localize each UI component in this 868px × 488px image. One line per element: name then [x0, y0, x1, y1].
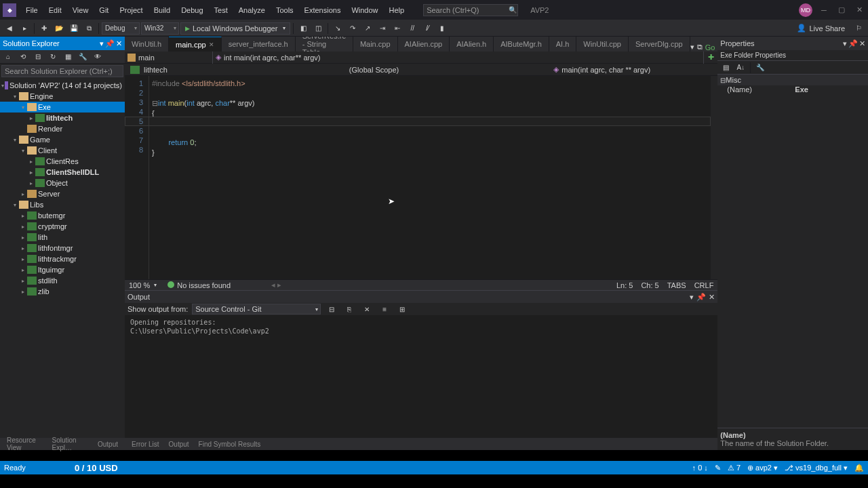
menu-tools[interactable]: Tools — [271, 3, 299, 17]
tree-item[interactable]: ▸lithfontmgr — [0, 243, 125, 253]
close-icon[interactable]: ✕ — [709, 293, 715, 302]
menu-project[interactable]: Project — [114, 3, 148, 17]
tree-item[interactable]: ▸zlib — [0, 286, 125, 297]
tree-item[interactable]: ▸lith — [0, 232, 125, 243]
step-out-icon[interactable]: ↗ — [361, 22, 374, 35]
doc-tab[interactable]: ServerDlg.cpp — [629, 37, 690, 52]
step-into-icon[interactable]: ↘ — [331, 22, 344, 35]
tb-icon[interactable]: ◧ — [296, 22, 310, 35]
menu-git[interactable]: Git — [94, 3, 114, 17]
save-button[interactable]: 💾 — [67, 22, 81, 35]
menu-build[interactable]: Build — [149, 3, 176, 17]
refresh-icon[interactable]: ↻ — [46, 50, 60, 64]
categorize-icon[interactable]: ▤ — [719, 61, 732, 75]
home-icon[interactable]: ⌂ — [1, 50, 15, 64]
go-button[interactable]: Go — [705, 43, 715, 52]
liveshare-button[interactable]: 👤 Live Share — [791, 24, 850, 33]
doc-tab[interactable]: server_interface.h — [222, 37, 296, 52]
tree-item[interactable]: ▸butemgr — [0, 210, 125, 221]
user-avatar[interactable]: MD — [799, 3, 812, 17]
tree-item[interactable]: ▸lithtrackmgr — [0, 253, 125, 264]
solution-explorer-title[interactable]: Solution Explorer ▾📌✕ — [0, 37, 125, 50]
nav-back-button[interactable]: ◀ — [3, 22, 16, 35]
doc-tab[interactable]: WinUtil.cpp — [576, 37, 629, 52]
tree-item[interactable]: ▸stdlith — [0, 275, 125, 286]
code-text[interactable]: #include <ls/stdlith/stdlith.h> ⊟int mai… — [149, 76, 711, 279]
add-icon[interactable]: ✚ — [704, 53, 717, 62]
comment-icon[interactable]: // — [406, 22, 419, 35]
nav-func-combo[interactable]: ◈int main(int agrc, char** argv) — [213, 52, 704, 64]
tree-item[interactable]: ▾Exe — [0, 102, 125, 113]
bc-func[interactable]: ◈main(int agrc, char ** argv) — [551, 65, 653, 74]
doc-tab[interactable]: AIAlien.h — [450, 37, 494, 52]
maximize-button[interactable]: ▢ — [835, 5, 848, 15]
step-over-icon[interactable]: ↷ — [346, 22, 359, 35]
start-debug-button[interactable]: ▶Local Windows Debugger▾ — [180, 22, 290, 35]
tree-item[interactable]: ▸ClientShellDLL — [0, 167, 125, 178]
doc-tab[interactable]: main.cpp✕ — [169, 37, 222, 52]
menu-view[interactable]: View — [67, 3, 94, 17]
uncomment-icon[interactable]: /∕ — [420, 22, 434, 35]
pin-icon[interactable]: 📌 — [696, 293, 706, 302]
bottom-tab[interactable]: Output — [94, 439, 122, 449]
status-item[interactable]: ↑ 0 ↓ — [692, 464, 708, 472]
preview-icon[interactable]: 👁 — [91, 50, 104, 64]
output-btn[interactable]: ✕ — [360, 302, 374, 316]
menu-file[interactable]: File — [20, 3, 43, 17]
show-all-icon[interactable]: ▦ — [61, 50, 75, 64]
code-minimap[interactable] — [711, 76, 717, 279]
status-item[interactable]: ✎ — [715, 464, 721, 472]
dropdown-icon[interactable]: ▾ — [690, 43, 694, 52]
bottom-tab[interactable]: Find Symbol Results — [195, 439, 265, 449]
output-title[interactable]: Output ▾📌✕ — [125, 291, 717, 303]
menu-window[interactable]: Window — [346, 3, 383, 17]
output-btn[interactable]: ⊞ — [395, 302, 409, 316]
output-source-combo[interactable]: Source Control - Git — [192, 304, 321, 314]
solution-tree[interactable]: ▾Solution 'AVP2' (14 of 14 projects) ▾En… — [0, 79, 125, 438]
solution-search-input[interactable]: Search Solution Explorer (Ctrl+;) — [1, 65, 123, 77]
sync-icon[interactable]: ⟲ — [16, 50, 30, 64]
nav-project-combo[interactable]: main — [125, 52, 213, 64]
alpha-icon[interactable]: A↓ — [734, 61, 747, 75]
doc-tab[interactable]: AIButeMgr.h — [494, 37, 549, 52]
nav-fwd-button[interactable]: ▸ — [18, 22, 31, 35]
tree-item[interactable]: ▾Game — [0, 134, 125, 145]
tree-item[interactable]: ▸ltguimgr — [0, 264, 125, 275]
status-item[interactable]: ⚠ 7 — [728, 464, 741, 472]
minimize-button[interactable]: ─ — [818, 5, 830, 15]
menu-debug[interactable]: Debug — [176, 3, 208, 17]
status-item[interactable]: 🔔 — [854, 464, 864, 472]
props-pages-icon[interactable]: 🔧 — [753, 61, 767, 75]
line-endings[interactable]: CRLF — [694, 281, 714, 289]
output-btn[interactable]: ⎘ — [342, 302, 356, 316]
pin-icon[interactable]: 📌 — [105, 39, 115, 48]
tree-item[interactable]: Render — [0, 123, 125, 134]
pin-icon[interactable]: 📌 — [848, 39, 858, 48]
tree-item[interactable]: ▸lithtech — [0, 113, 125, 123]
close-button[interactable]: ✕ — [853, 5, 865, 15]
dropdown-icon[interactable]: ▾ — [843, 39, 847, 48]
config-combo[interactable]: Debug — [102, 22, 140, 35]
bc-scope[interactable]: (Global Scope) — [347, 66, 401, 74]
doc-tab[interactable]: WinUtil.h — [125, 37, 169, 52]
zoom-level[interactable]: 100 % — [129, 281, 150, 289]
bottom-tab[interactable]: Solution Expl… — [47, 435, 92, 453]
doc-tab[interactable]: AIAlien.cpp — [398, 37, 450, 52]
bc-project[interactable]: lithtech — [127, 66, 170, 74]
output-wrap-icon[interactable]: ≡ — [378, 302, 391, 316]
output-text[interactable]: Opening repositories: C:\Users\Public\Pr… — [125, 315, 717, 438]
tabs-mode[interactable]: TABS — [667, 281, 686, 289]
close-icon[interactable]: ✕ — [859, 39, 865, 48]
close-icon[interactable]: ✕ — [116, 39, 122, 48]
bottom-tab[interactable]: Output — [165, 439, 193, 449]
tree-item[interactable]: ▾Client — [0, 145, 125, 156]
menu-edit[interactable]: Edit — [43, 3, 67, 17]
bookmark-icon[interactable]: ▮ — [435, 22, 449, 35]
close-tab-icon[interactable]: ✕ — [209, 41, 214, 48]
platform-combo[interactable]: Win32 — [141, 22, 179, 35]
doc-tab[interactable]: AI.h — [549, 37, 577, 52]
tree-item[interactable]: ▸Object — [0, 178, 125, 188]
tree-item[interactable]: ▸Server — [0, 188, 125, 199]
tb-icon[interactable]: ⇤ — [391, 22, 404, 35]
dropdown-icon[interactable]: ▾ — [690, 293, 694, 302]
